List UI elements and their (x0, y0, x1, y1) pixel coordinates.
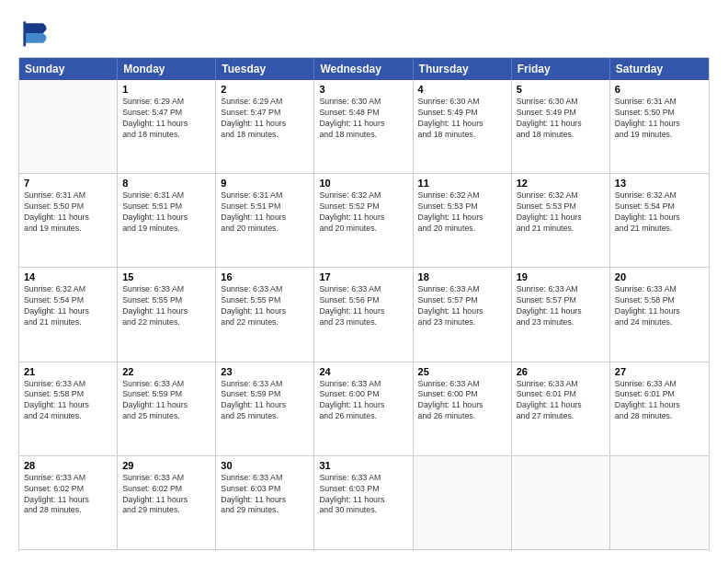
calendar-row: 1Sunrise: 6:29 AM Sunset: 5:47 PM Daylig… (19, 80, 709, 173)
header-day-wednesday: Wednesday (314, 58, 413, 80)
day-number: 17 (319, 271, 407, 282)
header (18, 17, 710, 50)
day-number: 6 (615, 84, 704, 95)
day-number: 24 (319, 366, 407, 377)
day-number: 18 (418, 271, 506, 282)
calendar-cell: 9Sunrise: 6:31 AM Sunset: 5:51 PM Daylig… (216, 174, 314, 267)
day-info: Sunrise: 6:33 AM Sunset: 6:01 PM Dayligh… (517, 379, 605, 423)
calendar-cell: 15Sunrise: 6:33 AM Sunset: 5:55 PM Dayli… (118, 268, 216, 361)
day-info: Sunrise: 6:33 AM Sunset: 6:00 PM Dayligh… (418, 379, 506, 423)
day-info: Sunrise: 6:30 AM Sunset: 5:48 PM Dayligh… (319, 97, 407, 141)
calendar-cell: 10Sunrise: 6:32 AM Sunset: 5:52 PM Dayli… (314, 174, 413, 267)
calendar-cell: 16Sunrise: 6:33 AM Sunset: 5:55 PM Dayli… (216, 268, 314, 361)
calendar-cell: 22Sunrise: 6:33 AM Sunset: 5:59 PM Dayli… (118, 362, 216, 455)
day-number: 2 (221, 84, 309, 95)
calendar-cell: 13Sunrise: 6:32 AM Sunset: 5:54 PM Dayli… (610, 174, 709, 267)
day-number: 15 (122, 271, 210, 282)
calendar-cell: 20Sunrise: 6:33 AM Sunset: 5:58 PM Dayli… (610, 268, 709, 361)
day-number: 19 (517, 271, 605, 282)
calendar-cell: 11Sunrise: 6:32 AM Sunset: 5:53 PM Dayli… (414, 174, 512, 267)
calendar: SundayMondayTuesdayWednesdayThursdayFrid… (18, 57, 710, 550)
day-info: Sunrise: 6:31 AM Sunset: 5:51 PM Dayligh… (221, 190, 309, 235)
day-info: Sunrise: 6:29 AM Sunset: 5:47 PM Dayligh… (221, 97, 309, 141)
header-day-saturday: Saturday (610, 58, 709, 80)
day-info: Sunrise: 6:33 AM Sunset: 6:02 PM Dayligh… (122, 473, 210, 517)
day-number: 20 (615, 271, 704, 282)
calendar-cell: 25Sunrise: 6:33 AM Sunset: 6:00 PM Dayli… (414, 362, 512, 455)
calendar-row: 14Sunrise: 6:32 AM Sunset: 5:54 PM Dayli… (19, 267, 709, 361)
day-info: Sunrise: 6:33 AM Sunset: 6:03 PM Dayligh… (319, 473, 407, 517)
day-info: Sunrise: 6:33 AM Sunset: 6:00 PM Dayligh… (319, 379, 407, 423)
svg-rect-0 (23, 21, 26, 46)
calendar-cell: 23Sunrise: 6:33 AM Sunset: 5:59 PM Dayli… (216, 362, 314, 455)
calendar-cell: 29Sunrise: 6:33 AM Sunset: 6:02 PM Dayli… (118, 456, 216, 549)
day-info: Sunrise: 6:33 AM Sunset: 5:55 PM Dayligh… (122, 284, 210, 328)
day-info: Sunrise: 6:33 AM Sunset: 5:57 PM Dayligh… (517, 284, 605, 328)
logo-icon (18, 17, 51, 50)
day-number: 11 (418, 178, 506, 189)
header-day-monday: Monday (118, 58, 216, 80)
day-info: Sunrise: 6:32 AM Sunset: 5:52 PM Dayligh… (319, 190, 407, 235)
day-info: Sunrise: 6:31 AM Sunset: 5:50 PM Dayligh… (24, 190, 112, 235)
day-info: Sunrise: 6:32 AM Sunset: 5:54 PM Dayligh… (615, 190, 704, 235)
calendar-cell (512, 456, 610, 549)
day-number: 1 (122, 84, 210, 95)
day-number: 3 (319, 84, 407, 95)
page: SundayMondayTuesdayWednesdayThursdayFrid… (0, 0, 728, 563)
day-number: 12 (517, 178, 605, 189)
calendar-cell: 21Sunrise: 6:33 AM Sunset: 5:58 PM Dayli… (19, 362, 118, 455)
day-number: 25 (418, 366, 506, 377)
day-info: Sunrise: 6:33 AM Sunset: 5:59 PM Dayligh… (122, 379, 210, 423)
calendar-cell: 18Sunrise: 6:33 AM Sunset: 5:57 PM Dayli… (414, 268, 512, 361)
day-info: Sunrise: 6:33 AM Sunset: 5:55 PM Dayligh… (221, 284, 309, 328)
day-info: Sunrise: 6:32 AM Sunset: 5:54 PM Dayligh… (24, 284, 112, 328)
day-number: 28 (24, 460, 112, 471)
day-number: 22 (122, 366, 210, 377)
day-info: Sunrise: 6:33 AM Sunset: 5:58 PM Dayligh… (24, 379, 112, 423)
logo (18, 17, 55, 50)
calendar-cell: 14Sunrise: 6:32 AM Sunset: 5:54 PM Dayli… (19, 268, 118, 361)
header-day-tuesday: Tuesday (216, 58, 314, 80)
calendar-cell: 26Sunrise: 6:33 AM Sunset: 6:01 PM Dayli… (512, 362, 610, 455)
calendar-cell (610, 456, 709, 549)
day-number: 7 (24, 178, 112, 189)
day-number: 26 (517, 366, 605, 377)
calendar-cell: 5Sunrise: 6:30 AM Sunset: 5:49 PM Daylig… (512, 80, 610, 173)
day-number: 27 (615, 366, 704, 377)
day-number: 16 (221, 271, 309, 282)
day-info: Sunrise: 6:32 AM Sunset: 5:53 PM Dayligh… (418, 190, 506, 235)
day-number: 29 (122, 460, 210, 471)
calendar-cell (414, 456, 512, 549)
header-day-friday: Friday (512, 58, 610, 80)
day-info: Sunrise: 6:33 AM Sunset: 5:58 PM Dayligh… (615, 284, 704, 328)
calendar-cell: 24Sunrise: 6:33 AM Sunset: 6:00 PM Dayli… (314, 362, 413, 455)
day-info: Sunrise: 6:33 AM Sunset: 6:03 PM Dayligh… (221, 473, 309, 517)
day-number: 10 (319, 178, 407, 189)
calendar-cell: 1Sunrise: 6:29 AM Sunset: 5:47 PM Daylig… (118, 80, 216, 173)
day-info: Sunrise: 6:33 AM Sunset: 5:56 PM Dayligh… (319, 284, 407, 328)
calendar-cell: 3Sunrise: 6:30 AM Sunset: 5:48 PM Daylig… (314, 80, 413, 173)
calendar-cell (19, 80, 118, 173)
day-info: Sunrise: 6:31 AM Sunset: 5:50 PM Dayligh… (615, 97, 704, 141)
calendar-row: 28Sunrise: 6:33 AM Sunset: 6:02 PM Dayli… (19, 455, 709, 549)
day-info: Sunrise: 6:30 AM Sunset: 5:49 PM Dayligh… (517, 97, 605, 141)
day-number: 30 (221, 460, 309, 471)
calendar-cell: 6Sunrise: 6:31 AM Sunset: 5:50 PM Daylig… (610, 80, 709, 173)
day-number: 8 (122, 178, 210, 189)
day-info: Sunrise: 6:32 AM Sunset: 5:53 PM Dayligh… (517, 190, 605, 235)
calendar-cell: 28Sunrise: 6:33 AM Sunset: 6:02 PM Dayli… (19, 456, 118, 549)
day-info: Sunrise: 6:31 AM Sunset: 5:51 PM Dayligh… (122, 190, 210, 235)
day-info: Sunrise: 6:29 AM Sunset: 5:47 PM Dayligh… (122, 97, 210, 141)
calendar-cell: 31Sunrise: 6:33 AM Sunset: 6:03 PM Dayli… (314, 456, 413, 549)
calendar-cell: 17Sunrise: 6:33 AM Sunset: 5:56 PM Dayli… (314, 268, 413, 361)
header-day-sunday: Sunday (19, 58, 118, 80)
day-info: Sunrise: 6:33 AM Sunset: 6:02 PM Dayligh… (24, 473, 112, 517)
calendar-cell: 12Sunrise: 6:32 AM Sunset: 5:53 PM Dayli… (512, 174, 610, 267)
day-info: Sunrise: 6:33 AM Sunset: 5:57 PM Dayligh… (418, 284, 506, 328)
calendar-cell: 4Sunrise: 6:30 AM Sunset: 5:49 PM Daylig… (414, 80, 512, 173)
calendar-cell: 2Sunrise: 6:29 AM Sunset: 5:47 PM Daylig… (216, 80, 314, 173)
day-number: 31 (319, 460, 407, 471)
header-day-thursday: Thursday (414, 58, 512, 80)
day-info: Sunrise: 6:33 AM Sunset: 5:59 PM Dayligh… (221, 379, 309, 423)
day-number: 14 (24, 271, 112, 282)
